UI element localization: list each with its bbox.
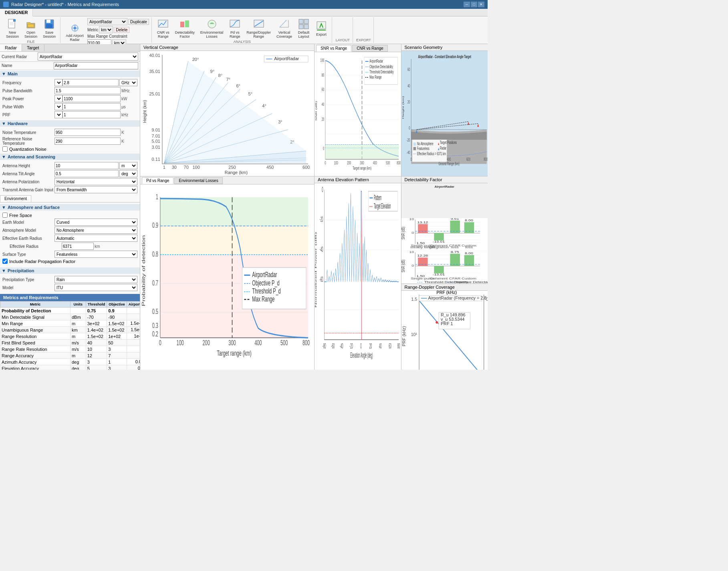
earth-model-select[interactable]: Curved [54, 219, 137, 226]
svg-text:Probability of detection: Probability of detection [141, 235, 146, 306]
peak-power-input[interactable] [63, 95, 121, 102]
svg-rect-5 [28, 24, 34, 27]
cnr-range-tab[interactable]: CNR vs Range [352, 45, 388, 52]
maximize-btn[interactable]: □ [471, 2, 477, 7]
svg-text:35.01: 35.01 [149, 69, 160, 74]
polarization-label: Antenna Polarization [2, 180, 54, 184]
metric-value: 2.7 ✓ [127, 346, 140, 352]
metric-select[interactable]: km [99, 26, 113, 33]
pulse-width-type[interactable] [54, 103, 63, 110]
duplicate-button[interactable]: Duplicate [128, 19, 149, 25]
snr-range-tab[interactable]: SNR vs Range [316, 45, 351, 52]
cnr-range-button[interactable]: CNR vsRange [155, 18, 171, 39]
svg-rect-8 [46, 24, 52, 28]
right-bottom-panels: Detectability Factor AirportRadar [401, 176, 488, 370]
default-layout-button[interactable]: DefaultLayout [296, 18, 312, 39]
frequency-type-select[interactable] [54, 79, 63, 86]
precip-section-header[interactable]: ▼ Precipitation [0, 267, 140, 274]
range-doppler-title: Range-Doppler Coverage [401, 284, 488, 291]
metric-threshold: 1.5e+02 [86, 333, 107, 340]
svg-text:0: 0 [360, 342, 361, 350]
pulse-width-input[interactable] [63, 103, 121, 110]
metrics-data-table: Metric Units Threshold Objective Airport… [0, 301, 140, 370]
env-losses-tab[interactable]: Environmental Losses [174, 177, 222, 184]
vertical-cov-button[interactable]: VerticalCoverage [274, 18, 294, 39]
save-session-button[interactable]: SaveSession [41, 18, 58, 39]
close-btn[interactable]: ✕ [478, 2, 484, 7]
hardware-section-header[interactable]: ▼ Hardware [0, 120, 140, 127]
detect-factor-button[interactable]: DetectabilityFactor [173, 18, 197, 39]
prf-input[interactable] [63, 111, 121, 118]
export-button[interactable]: Export [313, 18, 329, 39]
svg-text:SNR (dB): SNR (dB) [401, 227, 405, 240]
svg-rect-249 [418, 257, 428, 266]
name-input[interactable] [54, 62, 138, 69]
metrics-requirements-tab[interactable]: Metrics and Requirements [0, 294, 140, 301]
add-airport-radar-button[interactable]: Add AirportRadar [64, 25, 86, 40]
svg-text:integration: integration [428, 245, 448, 249]
target-tab[interactable]: Target [22, 44, 44, 51]
open-session-button[interactable]: OpenSession [22, 18, 39, 39]
metric-name: Elevation Accuracy [0, 365, 71, 370]
ribbon-group-file: NewSession OpenSession SaveSession FILE [2, 17, 60, 43]
atm-model-select[interactable]: No Atmosphere [54, 227, 137, 234]
surface-type-select[interactable]: Featureless [54, 251, 137, 258]
peak-power-type[interactable] [54, 95, 63, 102]
svg-text:-40: -40 [340, 342, 343, 350]
layout-group-label: LAYOUT [335, 37, 350, 42]
radar-tab[interactable]: Radar [0, 44, 22, 51]
svg-text:Normalized Power (dB): Normalized Power (dB) [315, 232, 317, 308]
tx-gain-select[interactable]: From Beamwidth [54, 186, 137, 193]
quant-noise-check[interactable] [2, 146, 8, 152]
current-radar-select[interactable]: AirportRadar [38, 53, 138, 61]
ant-height-unit[interactable]: m [119, 162, 137, 169]
ref-noise-input[interactable] [54, 138, 121, 145]
minimize-btn[interactable]: ─ [464, 2, 470, 7]
open-session-label: OpenSession [24, 30, 37, 38]
pulse-bw-row: Pulse Bandwidth MHz [2, 87, 138, 95]
hw-collapse-icon: ▼ [2, 121, 6, 126]
col-threshold: Threshold [86, 302, 107, 308]
antenna-section-header[interactable]: ▼ Antenna and Scanning [0, 154, 140, 160]
ribbon-tab-designer[interactable]: DESIGNER [0, 9, 33, 16]
free-space-check[interactable] [2, 213, 8, 218]
env-losses-button[interactable]: EnvironmentalLosses [198, 18, 226, 39]
precip-type-select[interactable]: Rain [54, 276, 137, 283]
environment-tab[interactable]: Environment [0, 195, 31, 202]
frequency-unit-select[interactable]: GHz [119, 79, 137, 86]
atm-section-header[interactable]: ▼ Atmosphere and Surface [0, 204, 140, 211]
noise-temp-input[interactable] [54, 129, 121, 136]
pd-range-tab2[interactable]: Pd vs Range [142, 177, 173, 184]
tilt-input[interactable] [54, 170, 119, 177]
prf-type[interactable] [54, 111, 63, 118]
eff-earth-select[interactable]: Automatic [54, 235, 137, 242]
quant-noise-row: Quantization Noise [2, 146, 138, 152]
ant-height-input[interactable] [54, 162, 119, 169]
precip-model-select[interactable]: ITU [54, 284, 137, 291]
eff-radius-input[interactable] [62, 243, 94, 250]
svg-text:0: 0 [409, 126, 410, 130]
pd-range-button[interactable]: Pd vsRange [227, 18, 243, 39]
svg-rect-251 [434, 266, 444, 273]
metric-objective: 7 [107, 352, 127, 359]
airport-radar-select[interactable]: AirportRadar [87, 18, 127, 25]
radar-prop-check[interactable] [2, 259, 8, 264]
cnr-icon [157, 18, 169, 30]
metric-name: Azimuth Accuracy [0, 359, 71, 365]
snr-svg: 100 80 60 40 20 0 0 100 200 300 400 500 … [315, 52, 401, 176]
svg-text:Range (km): Range (km) [225, 170, 248, 175]
new-session-button[interactable]: NewSession [4, 18, 21, 39]
range-doppler-button[interactable]: Range/DopplerRange [244, 18, 273, 39]
svg-text:0.8: 0.8 [152, 250, 158, 258]
svg-text:40: 40 [322, 102, 325, 107]
main-section-header[interactable]: ▼ Main [0, 71, 140, 77]
frequency-input[interactable] [63, 79, 119, 86]
env-tabs: Environment [0, 195, 140, 202]
tilt-unit[interactable]: deg [119, 170, 137, 177]
vert-cov-area: 40.01 35.01 25.01 9.01 7.01 5.01 3.01 0.… [140, 51, 314, 176]
polarization-select[interactable]: Horizontal [54, 178, 137, 185]
pulse-bw-input[interactable] [54, 87, 121, 94]
svg-rect-132 [413, 142, 415, 146]
delete-button[interactable]: Delete [114, 27, 129, 33]
export-group-label: EXPORT [356, 37, 371, 42]
